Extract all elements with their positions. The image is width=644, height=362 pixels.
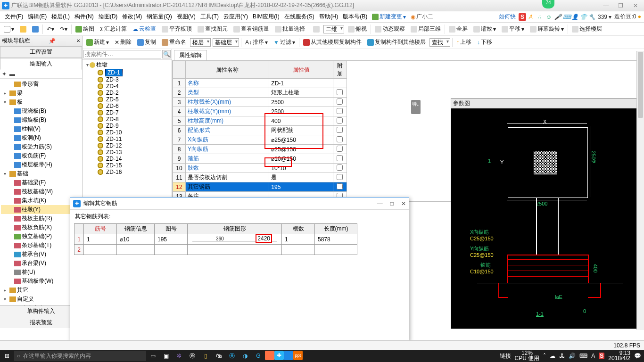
start-button[interactable]: ⊞ [0,353,14,359]
diagram-title[interactable]: 参数图 [451,99,639,108]
rebar-table[interactable]: 筋号 钢筋信息 图号 钢筋图形 根数 长度(mm) 1 1 ⌀10 195 36… [74,223,357,255]
zd-item[interactable]: ZD-16 [83,169,171,175]
dialog-maximize[interactable]: □ [390,200,394,207]
dialog-minimize[interactable]: — [377,200,383,207]
sum-button[interactable]: Σ 汇总计算 [98,25,129,33]
tray-sogou-icon[interactable]: S [599,353,604,359]
nav-tree-item[interactable]: 带形窗 [1,80,81,89]
zd-item[interactable]: ZD-9 [83,123,171,129]
view-mode-combo[interactable]: 二维 [323,25,344,33]
tray-notif-icon[interactable]: 💬 [634,353,641,359]
zd-item[interactable]: ZD-5 [83,96,171,103]
nav-tree-item[interactable]: 现浇板(B) [1,107,81,115]
view-rebar-button[interactable]: 查看钢筋量 [231,25,271,33]
notification-badge[interactable]: 74 [542,0,554,8]
nav-tree-item[interactable]: 柱帽(V) [1,124,81,133]
search-input[interactable] [83,50,161,58]
nav-tree-item[interactable]: 螺旋板(B) [1,115,81,124]
nav-tree-item[interactable]: ▸梁 [1,89,81,98]
tab-draw-input[interactable]: 绘图输入 [0,58,82,70]
edge-icon[interactable]: ⓔ [186,351,199,361]
nav-tree-item[interactable]: ▾板 [1,98,81,107]
property-row[interactable]: 7X向纵筋⌀25@150 [173,135,347,145]
app-icon-8[interactable]: ppt [293,351,303,360]
tray-lang-icon[interactable]: A [591,353,595,359]
find-combo[interactable]: 查找 [429,38,450,47]
zd-item[interactable]: ZD-6 [83,103,171,109]
copy-to-floor-button[interactable]: 复制构件到其他楼层 [365,38,428,46]
open-icon[interactable] [18,26,28,33]
rotate-button[interactable]: 屏幕旋转 ▾ [528,25,566,33]
explorer-icon[interactable]: ▯ [199,351,212,361]
app-icon-2[interactable]: ✲ [173,351,186,361]
nav-tree-item[interactable]: 集水坑(K) [1,196,81,205]
nav-tree-item[interactable]: 板洞(N) [1,133,81,142]
menu-draw[interactable]: 绘图(D) [97,12,120,22]
table-row[interactable]: 1 1 ⌀10 195 360 2420 1 5878 [74,234,357,245]
copy-from-floor-button[interactable]: 从其他楼层复制构件 [301,38,363,46]
menu-view[interactable]: 视图(V) [175,12,198,22]
draw-button[interactable]: 绘图 [74,25,96,33]
select-floor-button[interactable]: 选择楼层 [570,25,604,33]
zd-item[interactable]: ZD-15 [83,162,171,169]
nav-tree-item[interactable]: 筏板负筋(X) [1,223,81,232]
app-icon-6[interactable]: ✚ [274,351,284,360]
nav-tree-item[interactable]: 基础板带(W) [1,277,81,286]
shape-value-box[interactable]: 2420 [256,234,272,243]
menu-help[interactable]: 帮助(H) [317,12,340,22]
close-button[interactable]: ✕ [629,2,642,9]
menu-rebar[interactable]: 钢筋量(Q) [145,12,173,22]
move-down-button[interactable]: ↓ 下移 [475,38,494,46]
new-doc-icon[interactable]: ▾ [2,26,16,33]
app-icon-1[interactable]: ▣ [159,351,173,361]
tab-project-settings[interactable]: 工程设置 [0,46,82,58]
undo-icon[interactable]: ↶▾ [45,26,56,33]
pan-button[interactable]: 平移 ▾ [500,25,526,33]
save-icon[interactable] [30,26,41,33]
cloud-check-button[interactable]: ☁ 云检查 [131,25,158,33]
tray-cloud-icon[interactable]: ☁ [550,353,555,359]
local-3d-button[interactable]: 局部三维 [409,25,443,33]
zd-item[interactable]: ZD-1 [83,69,171,76]
property-row[interactable]: 9箍筋⌀10@150 [173,154,347,164]
nav-tree-item[interactable]: 楼层板带(H) [1,160,81,169]
store-icon[interactable]: 🛍 [212,351,225,361]
app-icon-7[interactable] [284,351,293,360]
nav-tree-item[interactable]: 条形基础(T) [1,241,81,250]
menu-online[interactable]: 在线服务(S) [282,12,316,22]
menu-cloud[interactable]: 云应用(Y) [222,12,250,22]
dialog-close[interactable]: ✕ [401,200,406,207]
new-change-button[interactable]: 新建变更 ▾ [370,13,408,21]
zd-item[interactable]: ZD-14 [83,156,171,162]
search-button[interactable]: 🔍 [162,50,171,58]
zd-item[interactable]: ZD-3 [83,76,171,83]
fullscreen-button[interactable]: 全屏 [447,25,470,33]
app-icon-5[interactable] [265,351,274,360]
app-icon-3[interactable]: ◑ [239,351,252,361]
scrollbar-vertical[interactable] [636,51,644,330]
shape-cell[interactable]: 360 2420 [188,234,282,245]
account-label[interactable]: ◉ 广小二 [409,13,435,21]
help-quick[interactable]: 如何快 [499,13,516,21]
find-elem-button[interactable]: 查找图元 [196,25,230,33]
move-up-button[interactable]: ↑ 上移 [454,38,473,46]
filter-button[interactable]: ▼ 过滤 ▾ [272,38,297,46]
menu-modify[interactable]: 修改(M) [120,12,144,22]
nav-tree-item[interactable]: 柱墩(Y) [1,205,81,214]
menu-comp[interactable]: 构件(N) [73,12,96,22]
menu-file[interactable]: 文件(F) [3,12,25,22]
menu-edit[interactable]: 编辑(E) [26,12,49,22]
floor-combo[interactable]: 楼层 [190,38,211,47]
tray-up-icon[interactable]: ˄ [543,353,546,359]
nav-tree-item[interactable]: 板负筋(F) [1,151,81,160]
nav-tree-item[interactable]: 基础梁(F) [1,178,81,187]
rename-button[interactable]: 重命名 [160,38,188,46]
nav-tree-item[interactable]: 桩(U) [1,268,81,277]
task-view-icon[interactable]: ▭ [146,351,159,361]
property-row[interactable]: 5柱墩高度(mm)400 [173,116,347,126]
property-row[interactable]: 11是否按板边切割是 [173,173,347,182]
sort-button[interactable]: A↓ 排序 ▾ [243,38,270,46]
ie-icon[interactable]: ⓔ [225,351,239,361]
nav-mini-toolbar[interactable]: ✦▬ [0,70,82,79]
property-row[interactable]: 3柱墩截长(X)(mm)2500 [173,98,347,107]
